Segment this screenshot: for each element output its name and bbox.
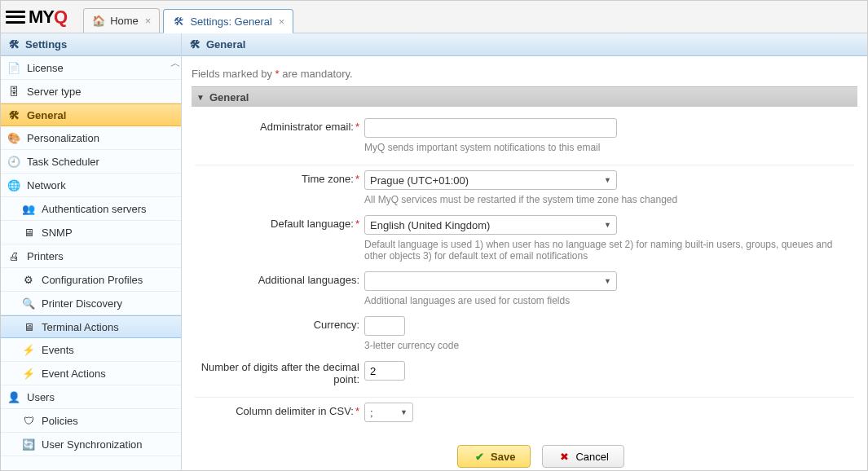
row-currency: Currency: 3-letter currency code (195, 311, 854, 356)
tab-label: Home (110, 15, 139, 27)
cross-icon: ✖ (557, 450, 571, 463)
help-additional-languages: Additional languages are used for custom… (364, 295, 854, 306)
tab-settings-general[interactable]: 🛠 Settings: General × (163, 9, 293, 33)
section-header[interactable]: ▼ General (192, 87, 857, 107)
section-title: General (209, 91, 249, 103)
row-timezone: Time zone:* Prague (UTC+01:00) ▼ All MyQ… (195, 165, 854, 210)
section-general: ▼ General Administrator email:* MyQ send… (192, 86, 857, 470)
monitor-icon: 🖥 (22, 226, 35, 239)
row-csv-delimiter: Column delimiter in CSV:* ; ▼ (195, 398, 854, 434)
sidebar-item-task-scheduler[interactable]: 🕘Task Scheduler (1, 150, 181, 174)
sidebar-item-server-type[interactable]: 🗄Server type (1, 80, 181, 103)
row-additional-languages: Additional languages: ▼ Additional langu… (195, 266, 854, 311)
top-bar: MYQ 🏠 Home × 🛠 Settings: General × (1, 1, 867, 33)
form-general: Administrator email:* MyQ sends importan… (192, 107, 857, 470)
save-button[interactable]: ✔ Save (457, 445, 531, 468)
home-icon: 🏠 (92, 15, 105, 28)
label-admin-email: Administrator email:* (195, 118, 364, 133)
mandatory-note: Fields marked by * are mandatory. (192, 68, 857, 80)
sidebar-item-printers[interactable]: 🖨Printers (1, 244, 181, 268)
close-icon[interactable]: × (145, 15, 152, 27)
sidebar-item-config-profiles[interactable]: ⚙Configuration Profiles (1, 268, 181, 292)
timezone-value: Prague (UTC+01:00) (370, 174, 469, 187)
sidebar-item-users[interactable]: 👤Users (1, 385, 181, 409)
bolt-icon: ⚡ (22, 343, 35, 356)
cancel-button[interactable]: ✖ Cancel (542, 445, 623, 468)
palette-icon: 🎨 (7, 131, 20, 144)
sidebar-item-user-sync[interactable]: 🔄User Synchronization (1, 433, 181, 456)
person-icon: 👤 (7, 390, 20, 403)
sidebar: 🛠 Settings ︿ 📄License 🗄Server type 🛠Gene… (1, 33, 182, 470)
main-area: 🛠 Settings ︿ 📄License 🗄Server type 🛠Gene… (1, 33, 867, 470)
button-bar: ✔ Save ✖ Cancel (227, 434, 854, 470)
sidebar-item-snmp[interactable]: 🖥SNMP (1, 221, 181, 244)
label-currency: Currency: (195, 316, 364, 331)
help-currency: 3-letter currency code (364, 340, 854, 351)
chevron-down-icon: ▼ (400, 408, 408, 416)
row-admin-email: Administrator email:* MyQ sends importan… (195, 113, 854, 165)
printer-icon: 🖨 (7, 249, 20, 262)
content-title: General (206, 38, 245, 51)
admin-email-input[interactable] (364, 118, 617, 138)
menu-button[interactable] (6, 9, 25, 25)
cancel-label: Cancel (575, 451, 608, 463)
caret-down-icon: ▼ (196, 93, 205, 102)
check-icon: ✔ (473, 450, 486, 463)
tab-strip: 🏠 Home × 🛠 Settings: General × (83, 1, 293, 33)
tab-home[interactable]: 🏠 Home × (83, 8, 160, 33)
save-label: Save (491, 451, 515, 463)
currency-input[interactable] (364, 316, 405, 336)
label-language: Default language:* (195, 215, 364, 230)
doc-icon: 📄 (7, 61, 20, 74)
help-language: Default language is used 1) when user ha… (364, 239, 837, 262)
sidebar-item-events[interactable]: ⚡Events (1, 338, 181, 362)
label-csv-delimiter: Column delimiter in CSV:* (195, 403, 364, 417)
timezone-select[interactable]: Prague (UTC+01:00) ▼ (364, 170, 617, 190)
tab-label: Settings: General (190, 15, 271, 28)
gear-icon: ⚙ (22, 273, 35, 286)
terminal-icon: 🖥 (22, 320, 35, 333)
sidebar-item-terminal-actions[interactable]: 🖥Terminal Actions (1, 315, 181, 338)
row-decimals: Number of digits after the decimal point… (195, 356, 854, 398)
sync-icon: 🔄 (22, 438, 35, 451)
sidebar-scroll: ︿ 📄License 🗄Server type 🛠General 🎨Person… (1, 56, 181, 470)
sidebar-item-policies[interactable]: 🛡Policies (1, 409, 181, 433)
logo-part2: Q (54, 7, 67, 27)
close-icon[interactable]: × (279, 15, 285, 28)
csv-delimiter-select[interactable]: ; ▼ (364, 403, 413, 422)
sidebar-title: Settings (25, 38, 67, 51)
language-select[interactable]: English (United Kingdom) ▼ (364, 215, 617, 235)
logo-part1: MY (29, 7, 54, 27)
app-window: MYQ 🏠 Home × 🛠 Settings: General × 🛠 Set… (0, 0, 868, 471)
sidebar-item-event-actions[interactable]: ⚡Event Actions (1, 362, 181, 385)
row-language: Default language:* English (United Kingd… (195, 210, 854, 266)
sidebar-header: 🛠 Settings (1, 33, 181, 56)
csv-delimiter-value: ; (370, 407, 373, 419)
decimals-input[interactable] (364, 361, 405, 381)
chevron-down-icon: ▼ (604, 277, 611, 285)
content: 🛠 General Fields marked by * are mandato… (182, 33, 867, 470)
chevron-down-icon: ▼ (604, 221, 611, 229)
sidebar-item-printer-discovery[interactable]: 🔍Printer Discovery (1, 292, 181, 315)
settings-icon: 🛠 (172, 15, 185, 28)
help-admin-email: MyQ sends important system notifications… (364, 142, 854, 153)
search-icon: 🔍 (22, 297, 35, 310)
logo: MYQ (29, 7, 67, 28)
chevron-down-icon: ▼ (604, 176, 611, 184)
sidebar-item-license[interactable]: 📄License (1, 56, 181, 80)
content-header: 🛠 General (182, 33, 867, 56)
people-icon: 👥 (22, 202, 35, 215)
sidebar-item-auth-servers[interactable]: 👥Authentication servers (1, 197, 181, 221)
help-timezone: All MyQ services must be restarted if th… (364, 194, 854, 205)
sidebar-item-personalization[interactable]: 🎨Personalization (1, 126, 181, 150)
label-additional-languages: Additional languages: (195, 271, 364, 286)
additional-languages-select[interactable]: ▼ (364, 271, 617, 291)
sidebar-items: 📄License 🗄Server type 🛠General 🎨Personal… (1, 56, 181, 470)
label-timezone: Time zone:* (195, 170, 364, 185)
bolt-icon: ⚡ (22, 367, 35, 380)
tools-icon: 🛠 (7, 108, 20, 121)
tools-icon: 🛠 (188, 38, 201, 51)
sidebar-item-general[interactable]: 🛠General (1, 103, 181, 126)
sidebar-item-network[interactable]: 🌐Network (1, 174, 181, 197)
language-value: English (United Kingdom) (370, 219, 490, 231)
